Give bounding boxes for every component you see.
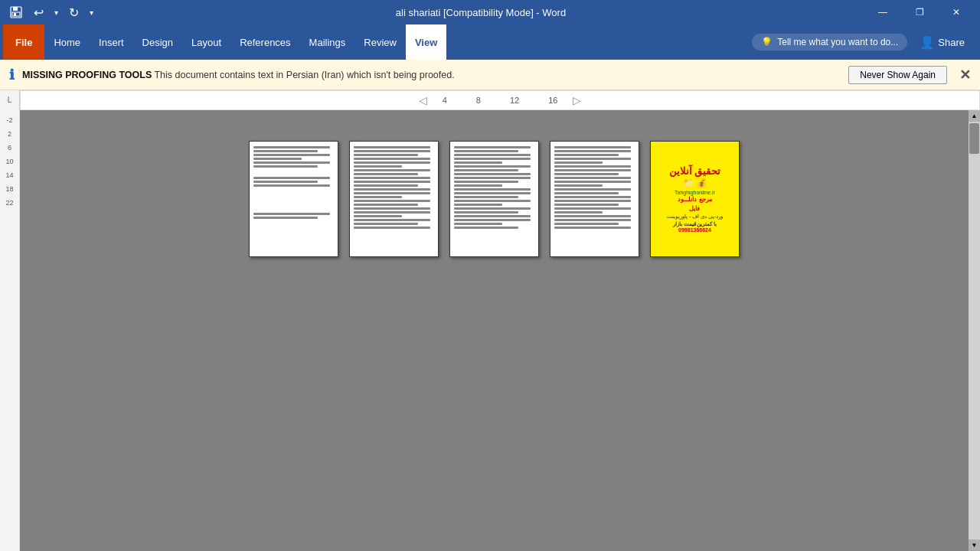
page-thumbnail-1[interactable] (249, 141, 338, 257)
ad-body: مرجع دانلـــود فایل ورد-پی دی اف - پاورپ… (667, 195, 723, 227)
text-line (454, 165, 531, 168)
tab-mailings[interactable]: Mailings (300, 24, 355, 60)
minimize-button[interactable]: — (865, 0, 900, 24)
vertical-scrollbar[interactable]: ▲ ▼ (969, 110, 980, 551)
save-icon[interactable] (6, 4, 26, 21)
notification-bar: ℹ MISSING PROOFING TOOLS This document c… (0, 60, 980, 90)
text-line (554, 154, 619, 156)
tab-home[interactable]: Home (44, 24, 90, 60)
text-line (554, 150, 631, 152)
tab-view[interactable]: View (406, 24, 446, 60)
text-line (354, 196, 402, 198)
text-line (354, 150, 430, 152)
text-line (454, 173, 531, 175)
text-line (454, 154, 531, 156)
page-thumbnail-3[interactable] (449, 141, 539, 257)
text-line (554, 204, 619, 206)
undo-button[interactable]: ↩ (31, 4, 47, 21)
text-line (554, 223, 619, 225)
page-4-content (550, 142, 639, 256)
qat-more-button[interactable]: ▾ (87, 7, 96, 18)
text-line (554, 161, 603, 164)
tell-me-input[interactable]: 💡 Tell me what you want to do... (752, 34, 907, 51)
ruler-corner[interactable]: L (0, 90, 20, 110)
text-line (454, 177, 531, 179)
title-bar-left: ↩ ▾ ↻ ▾ (6, 4, 96, 21)
text-line (454, 161, 502, 164)
text-line (454, 146, 531, 148)
tab-references[interactable]: References (230, 24, 299, 60)
page-thumbnail-2[interactable] (349, 141, 439, 257)
text-line (554, 207, 631, 210)
notification-close-button[interactable]: ✕ (959, 67, 971, 83)
ruler-num-8: 8 (476, 96, 481, 105)
text-line (454, 188, 531, 191)
text-line (554, 169, 631, 171)
ad-icons: 📁💰 (683, 178, 707, 188)
text-line (354, 154, 418, 156)
text-line (354, 188, 430, 191)
text-line (253, 213, 330, 215)
rv-num: 18 (5, 182, 13, 196)
scroll-down-button[interactable]: ▼ (969, 540, 980, 551)
ruler-left-arrow[interactable]: ◁ (419, 94, 427, 106)
restore-button[interactable]: ❐ (902, 0, 937, 24)
horizontal-ruler-row: L ◁ 4 8 12 16 ▷ (0, 90, 980, 110)
tab-design[interactable]: Design (133, 24, 182, 60)
text-line (253, 165, 318, 168)
scroll-up-button[interactable]: ▲ (969, 110, 980, 122)
main-area: -2 2 6 10 14 18 22 (0, 110, 980, 551)
text-line (454, 169, 518, 171)
pages-row: تحقیق آنلاین 📁💰 Tahghighonline.ir مرجع د… (249, 141, 740, 257)
tab-file[interactable]: File (3, 24, 44, 60)
text-line (454, 227, 518, 229)
text-line (253, 146, 330, 148)
text-line (354, 192, 430, 194)
share-button[interactable]: 👤 Share (913, 32, 971, 53)
document-canvas[interactable]: تحقیق آنلاین 📁💰 Tahghighonline.ir مرجع د… (20, 110, 969, 551)
info-icon: ℹ (9, 67, 15, 83)
never-show-again-button[interactable]: Never Show Again (848, 66, 947, 84)
page-thumbnail-4[interactable] (550, 141, 639, 257)
text-line (354, 207, 430, 210)
ad-title: تحقیق آنلاین (669, 165, 721, 178)
text-line (454, 223, 502, 225)
text-line (253, 154, 330, 156)
text-line (253, 177, 330, 179)
tab-layout[interactable]: Layout (182, 24, 230, 60)
text-line (253, 150, 318, 152)
page-thumbnail-5-ad[interactable]: تحقیق آنلاین 📁💰 Tahghighonline.ir مرجع د… (650, 141, 740, 257)
window-title: ali shariati [Compatibility Mode] - Word (96, 7, 865, 18)
tab-review[interactable]: Review (354, 24, 406, 60)
ruler-right-arrow[interactable]: ▷ (573, 94, 581, 106)
text-line (354, 146, 430, 148)
text-line (554, 181, 631, 183)
close-button[interactable]: ✕ (939, 0, 974, 24)
text-line (454, 219, 531, 221)
ruler-num-16: 16 (548, 96, 557, 105)
text-line (253, 217, 318, 219)
text-line (253, 184, 330, 187)
text-line (454, 207, 531, 210)
text-line (554, 196, 631, 198)
text-line (354, 161, 430, 164)
redo-button[interactable]: ↻ (66, 4, 82, 21)
text-line (554, 165, 631, 168)
text-line (454, 184, 502, 187)
text-line-blank (253, 169, 334, 175)
horizontal-ruler: ◁ 4 8 12 16 ▷ (20, 90, 980, 110)
text-line (554, 188, 631, 191)
scroll-thumb[interactable] (969, 123, 979, 154)
tab-insert[interactable]: Insert (90, 24, 133, 60)
page-3-content (450, 142, 538, 256)
text-line (554, 177, 631, 179)
text-line (354, 181, 430, 183)
text-line (253, 181, 318, 183)
text-line (454, 192, 531, 194)
text-line (354, 184, 418, 187)
svg-rect-3 (14, 13, 16, 16)
undo-dropdown[interactable]: ▾ (51, 7, 61, 18)
ruler-num-4: 4 (443, 96, 447, 105)
text-line (253, 158, 302, 160)
text-line (354, 158, 430, 160)
